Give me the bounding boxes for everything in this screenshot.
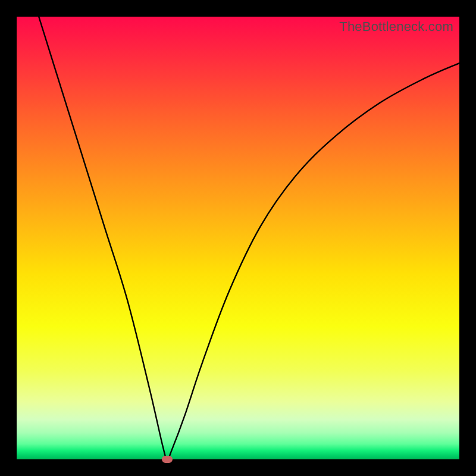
plot-area: TheBottleneck.com xyxy=(17,17,459,459)
chart-frame: TheBottleneck.com xyxy=(0,0,476,476)
minimum-marker xyxy=(162,456,173,463)
curve-svg xyxy=(17,17,459,459)
bottleneck-curve-path xyxy=(39,17,459,459)
